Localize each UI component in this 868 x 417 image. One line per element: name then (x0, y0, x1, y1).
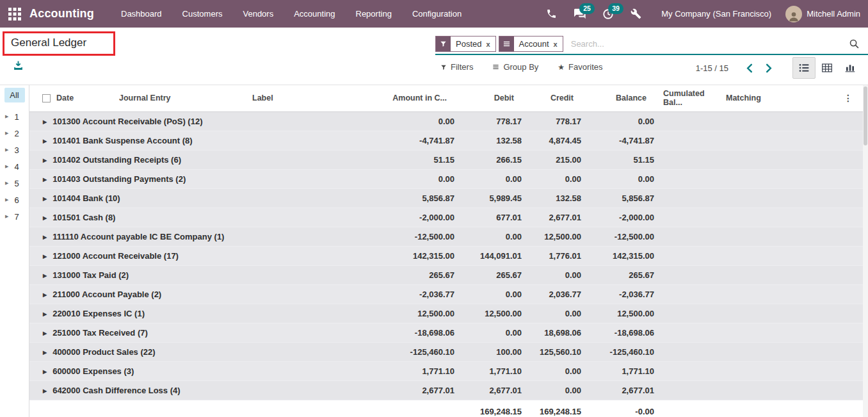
expand-caret-icon[interactable]: ▶ (43, 138, 47, 144)
expand-caret-icon[interactable]: ▶ (43, 273, 47, 279)
matching-cell (723, 208, 799, 227)
table-row[interactable]: ▶121000 Account Receivable (17) 142,315.… (29, 246, 863, 265)
table-row[interactable]: ▶101403 Outstanding Payments (2) 0.00 0.… (29, 169, 863, 188)
tools-icon[interactable] (622, 0, 650, 28)
group-sidebar-item[interactable]: ▶ 6 (0, 192, 29, 208)
group-name-cell[interactable]: ▶642000 Cash Difference Loss (4) (29, 380, 362, 400)
group-name-cell[interactable]: ▶220010 Expenses IC (1) (29, 304, 362, 323)
pager-next-icon[interactable] (759, 61, 778, 76)
group-sidebar-item[interactable]: ▶ 1 (0, 108, 29, 125)
expand-caret-icon[interactable]: ▶ (43, 292, 47, 298)
expand-caret-icon[interactable]: ▶ (43, 350, 47, 356)
expand-caret-icon[interactable]: ▶ (43, 234, 47, 240)
filters-button[interactable]: Filters (440, 62, 473, 72)
group-name-cell[interactable]: ▶111110 Account payable IC BE Company (1… (29, 227, 362, 246)
group-by-button[interactable]: Group By (492, 62, 538, 72)
search-icon[interactable] (849, 38, 860, 49)
nav-menu-vendors[interactable]: Vendors (232, 0, 284, 28)
group-name-cell[interactable]: ▶131000 Tax Paid (2) (29, 265, 362, 284)
table-row[interactable]: ▶101401 Bank Suspense Account (8) -4,741… (29, 131, 863, 150)
table-row[interactable]: ▶101300 Account Receivable (PoS) (12) 0.… (29, 111, 863, 131)
list-view-button[interactable] (792, 57, 816, 79)
export-download-icon[interactable] (13, 60, 24, 71)
group-name-cell[interactable]: ▶400000 Product Sales (22) (29, 342, 362, 361)
table-row[interactable]: ▶600000 Expenses (3) 1,771.10 1,771.10 0… (29, 361, 863, 380)
search-facet-account[interactable]: Account x (499, 36, 563, 52)
column-header-date[interactable]: Date (54, 85, 117, 111)
pager-previous-icon[interactable] (740, 61, 759, 76)
group-name-cell[interactable]: ▶101403 Outstanding Payments (2) (29, 169, 362, 188)
search-input[interactable] (566, 39, 849, 49)
column-header-balance[interactable]: Balance (588, 85, 661, 111)
column-header-cumulated-balance[interactable]: Cumulated Bal... (661, 85, 723, 111)
group-sidebar-item[interactable]: ▶ 4 (0, 158, 29, 175)
expand-caret-icon[interactable]: ▶ (43, 158, 47, 163)
group-name-cell[interactable]: ▶101501 Cash (8) (29, 208, 362, 227)
expand-caret-icon[interactable]: ▶ (43, 119, 47, 125)
select-all-checkbox[interactable] (42, 94, 51, 102)
group-sidebar-item[interactable]: ▶ 3 (0, 142, 29, 158)
group-name-cell[interactable]: ▶101401 Bank Suspense Account (8) (29, 131, 362, 150)
group-name-cell[interactable]: ▶121000 Account Receivable (17) (29, 246, 362, 265)
pivot-view-button[interactable] (816, 57, 839, 79)
optional-columns-icon[interactable]: ⋮ (844, 93, 853, 103)
column-header-credit[interactable]: Credit (528, 85, 588, 111)
nav-menu-reporting[interactable]: Reporting (346, 0, 402, 28)
table-row[interactable]: ▶101402 Outstanding Receipts (6) 51.15 2… (29, 150, 863, 169)
phone-icon[interactable] (538, 0, 565, 28)
filter-icon (436, 37, 451, 51)
group-name-cell[interactable]: ▶101404 Bank (10) (29, 188, 362, 208)
group-name-cell[interactable]: ▶101300 Account Receivable (PoS) (12) (29, 111, 362, 131)
column-header-debit[interactable]: Debit (461, 85, 528, 111)
expand-caret-icon[interactable]: ▶ (43, 388, 47, 394)
view-switcher (792, 57, 862, 79)
table-row[interactable]: ▶101501 Cash (8) -2,000.00 677.01 2,677.… (29, 208, 863, 227)
table-row[interactable]: ▶642000 Cash Difference Loss (4) 2,677.0… (29, 380, 863, 400)
table-row[interactable]: ▶400000 Product Sales (22) -125,460.10 1… (29, 342, 863, 361)
group-name-cell[interactable]: ▶101402 Outstanding Receipts (6) (29, 150, 362, 169)
expand-caret-icon[interactable]: ▶ (43, 177, 47, 183)
company-switcher[interactable]: My Company (San Francisco) (650, 9, 785, 19)
activities-clock-icon[interactable]: 39 (594, 0, 622, 28)
favorites-button[interactable]: ★ Favorites (558, 62, 602, 72)
facet-remove-icon[interactable]: x (554, 40, 558, 48)
table-row[interactable]: ▶131000 Tax Paid (2) 265.67 265.67 0.00 … (29, 265, 863, 284)
table-row[interactable]: ▶211000 Account Payable (2) -2,036.77 0.… (29, 284, 863, 304)
table-row[interactable]: ▶101404 Bank (10) 5,856.87 5,989.45 132.… (29, 188, 863, 208)
expand-caret-icon[interactable]: ▶ (43, 331, 47, 336)
facet-remove-icon[interactable]: x (486, 40, 490, 48)
nav-menu-customers[interactable]: Customers (172, 0, 233, 28)
table-row[interactable]: ▶111110 Account payable IC BE Company (1… (29, 227, 863, 246)
table-body: ▶101300 Account Receivable (PoS) (12) 0.… (29, 111, 863, 400)
column-header-journal-entry[interactable]: Journal Entry (117, 85, 250, 111)
expand-caret-icon[interactable]: ▶ (43, 215, 47, 221)
table-row[interactable]: ▶251000 Tax Received (7) -18,698.06 0.00… (29, 323, 863, 342)
expand-caret-icon[interactable]: ▶ (43, 254, 47, 259)
nav-menu-configuration[interactable]: Configuration (402, 0, 472, 28)
column-header-label[interactable]: Label (250, 85, 362, 111)
user-menu[interactable]: Mitchell Admin (785, 6, 868, 22)
scrollbar-thumb[interactable] (864, 86, 867, 145)
group-name-cell[interactable]: ▶600000 Expenses (3) (29, 361, 362, 380)
expand-caret-icon[interactable]: ▶ (43, 196, 47, 202)
group-sidebar-item[interactable]: ▶ 2 (0, 125, 29, 142)
expand-caret-icon[interactable]: ▶ (43, 369, 47, 375)
column-header-matching[interactable]: Matching (723, 85, 799, 111)
search-facet-posted[interactable]: Posted x (435, 36, 496, 52)
group-sidebar-item[interactable]: ▶ 7 (0, 208, 29, 225)
apps-grid-icon[interactable] (0, 0, 29, 28)
graph-view-button[interactable] (839, 57, 862, 79)
group-sidebar-item[interactable]: ▶ 5 (0, 175, 29, 192)
nav-menu-dashboard[interactable]: Dashboard (111, 0, 172, 28)
app-title[interactable]: Accounting (29, 7, 94, 20)
column-header-amount-in-currency[interactable]: Amount in C... (362, 85, 461, 111)
group-name-cell[interactable]: ▶211000 Account Payable (2) (29, 284, 362, 304)
sidebar-item-all[interactable]: All (4, 88, 25, 102)
expand-caret-icon[interactable]: ▶ (43, 311, 47, 317)
nav-menu-accounting[interactable]: Accounting (284, 0, 345, 28)
messages-icon[interactable]: 25 (565, 0, 594, 28)
group-name-cell[interactable]: ▶251000 Tax Received (7) (29, 323, 362, 342)
facet-label: Posted (456, 39, 481, 49)
table-row[interactable]: ▶220010 Expenses IC (1) 12,500.00 12,500… (29, 304, 863, 323)
vertical-scrollbar[interactable] (863, 85, 868, 417)
